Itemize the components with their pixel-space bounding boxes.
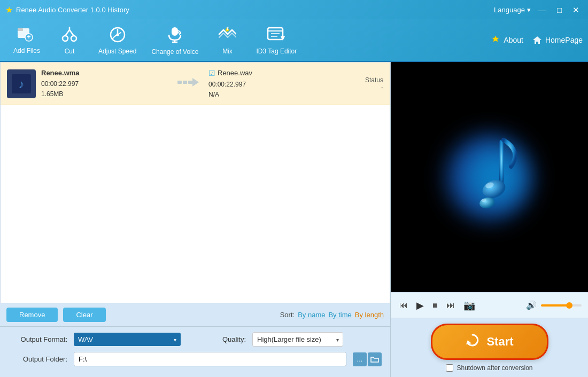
language-label: Language bbox=[494, 6, 525, 14]
svg-marker-25 bbox=[192, 78, 199, 87]
file-thumbnail: ♪ bbox=[7, 69, 36, 98]
output-format-wrapper: WAV ▾ bbox=[74, 333, 181, 346]
start-button[interactable]: Start bbox=[431, 324, 548, 360]
start-area: Start Shutdown after conversion bbox=[391, 318, 588, 377]
action-bar: Remove Clear Sort: By name By time By le… bbox=[0, 303, 390, 326]
svg-point-27 bbox=[479, 177, 507, 201]
app-title: Renee Audio Converter 1.0.0 History bbox=[16, 6, 494, 14]
change-voice-label: Change of Voice bbox=[151, 48, 198, 56]
close-button[interactable]: ✕ bbox=[569, 5, 583, 15]
svg-point-28 bbox=[478, 196, 495, 209]
svg-line-6 bbox=[65, 30, 69, 36]
input-filename: Renee.wma bbox=[41, 68, 168, 79]
quality-select[interactable]: High(Larger file size) bbox=[252, 332, 343, 347]
svg-rect-24 bbox=[188, 81, 192, 84]
language-selector[interactable]: Language ▾ bbox=[494, 6, 531, 14]
start-label: Start bbox=[486, 335, 513, 349]
language-dropdown-icon: ▾ bbox=[527, 6, 531, 14]
stop-button[interactable]: ■ bbox=[430, 300, 440, 311]
svg-rect-22 bbox=[177, 81, 182, 84]
input-duration: 00:00:22.997 bbox=[41, 79, 168, 89]
player-controls: ⏮ ▶ ■ ⏭ 📷 🔊 bbox=[391, 292, 588, 318]
output-format-row: Output Format: WAV ▾ Quality: High(Large… bbox=[9, 332, 382, 347]
svg-point-5 bbox=[71, 36, 76, 41]
file-input-info: Renee.wma 00:00:22.997 1.65MB bbox=[41, 68, 168, 99]
add-files-icon: + bbox=[18, 26, 36, 45]
toolbar-change-voice[interactable]: Change of Voice bbox=[144, 22, 206, 59]
preview-area bbox=[391, 62, 588, 292]
maximize-button[interactable]: □ bbox=[554, 5, 565, 15]
shutdown-row: Shutdown after conversion bbox=[446, 364, 532, 372]
status-label: Status bbox=[341, 76, 383, 84]
skip-back-button[interactable]: ⏮ bbox=[397, 300, 410, 311]
main-area: ♪ Renee.wma 00:00:22.997 1.65MB bbox=[0, 62, 588, 377]
music-note-svg bbox=[436, 124, 543, 231]
adjust-speed-icon bbox=[109, 26, 127, 45]
svg-rect-11 bbox=[172, 27, 178, 36]
toolbar-mix[interactable]: Mix bbox=[206, 22, 249, 58]
file-output-info: ☑ Renee.wav 00:00:22.997 N/A bbox=[208, 67, 335, 100]
browse-folder-button[interactable]: ... bbox=[353, 352, 367, 366]
play-button[interactable]: ▶ bbox=[414, 299, 426, 312]
minimize-button[interactable]: — bbox=[535, 5, 550, 15]
volume-slider[interactable] bbox=[541, 304, 582, 307]
shutdown-checkbox[interactable] bbox=[446, 364, 453, 372]
mix-label: Mix bbox=[222, 48, 233, 55]
toolbar-add-files[interactable]: + Add Files bbox=[5, 23, 48, 58]
output-folder-input[interactable] bbox=[74, 352, 346, 366]
homepage-label: HomePage bbox=[545, 36, 583, 44]
sort-by-name[interactable]: By name bbox=[298, 311, 325, 319]
output-extra: N/A bbox=[208, 90, 335, 100]
toolbar-cut[interactable]: Cut bbox=[48, 22, 91, 58]
change-voice-icon bbox=[166, 25, 184, 46]
sort-area: Sort: By name By time By length bbox=[280, 311, 384, 319]
start-button-icon bbox=[465, 333, 480, 351]
svg-point-4 bbox=[63, 36, 68, 41]
output-duration: 00:00:22.997 bbox=[208, 80, 335, 90]
id3-tag-icon bbox=[267, 26, 286, 45]
svg-rect-23 bbox=[183, 81, 187, 84]
toolbar-right: About HomePage bbox=[490, 35, 583, 45]
toolbar-id3-tag[interactable]: ID3 Tag Editor bbox=[249, 22, 304, 58]
remove-button[interactable]: Remove bbox=[6, 308, 58, 322]
output-filename-row: ☑ Renee.wav bbox=[208, 67, 335, 79]
homepage-button[interactable]: HomePage bbox=[532, 35, 583, 45]
status-value: - bbox=[341, 84, 383, 91]
settings-area: Output Format: WAV ▾ Quality: High(Large… bbox=[0, 326, 390, 377]
app-logo-icon: ★ bbox=[5, 5, 13, 15]
cut-label: Cut bbox=[65, 48, 75, 55]
open-folder-button[interactable] bbox=[368, 352, 382, 366]
mix-icon bbox=[218, 26, 236, 45]
output-filename: Renee.wav bbox=[218, 68, 252, 79]
folder-buttons: ... bbox=[353, 352, 382, 366]
svg-text:+: + bbox=[27, 33, 30, 41]
add-files-label: Add Files bbox=[13, 47, 40, 54]
left-panel: ♪ Renee.wma 00:00:22.997 1.65MB bbox=[0, 62, 390, 377]
output-folder-row: Output Folder: ... bbox=[9, 352, 382, 366]
music-visualization bbox=[436, 124, 543, 231]
skip-forward-button[interactable]: ⏭ bbox=[444, 300, 457, 311]
svg-text:♪: ♪ bbox=[19, 77, 25, 91]
about-button[interactable]: About bbox=[490, 35, 523, 45]
title-bar: ★ Renee Audio Converter 1.0.0 History La… bbox=[0, 0, 588, 19]
about-label: About bbox=[504, 36, 523, 44]
input-size: 1.65MB bbox=[41, 89, 168, 99]
sort-by-length[interactable]: By length bbox=[355, 311, 384, 319]
file-list: ♪ Renee.wma 00:00:22.997 1.65MB bbox=[0, 62, 390, 303]
quality-wrapper: High(Larger file size) ▾ bbox=[252, 332, 343, 347]
file-status: Status - bbox=[341, 76, 383, 91]
output-format-label: Output Format: bbox=[9, 335, 67, 343]
right-panel: ⏮ ▶ ■ ⏭ 📷 🔊 Start bbox=[390, 62, 588, 377]
toolbar-adjust-speed[interactable]: Adjust Speed bbox=[91, 22, 144, 58]
output-folder-label: Output Folder: bbox=[9, 355, 67, 363]
svg-line-7 bbox=[69, 30, 74, 36]
adjust-speed-label: Adjust Speed bbox=[98, 48, 136, 55]
table-row[interactable]: ♪ Renee.wma 00:00:22.997 1.65MB bbox=[1, 62, 390, 105]
volume-thumb bbox=[566, 302, 572, 309]
output-format-select[interactable]: WAV bbox=[74, 333, 181, 346]
sort-by-time[interactable]: By time bbox=[328, 311, 351, 319]
clear-button[interactable]: Clear bbox=[63, 308, 105, 322]
title-bar-controls: Language ▾ — □ ✕ bbox=[494, 5, 583, 15]
shutdown-label: Shutdown after conversion bbox=[457, 364, 532, 372]
screenshot-button[interactable]: 📷 bbox=[461, 299, 477, 312]
